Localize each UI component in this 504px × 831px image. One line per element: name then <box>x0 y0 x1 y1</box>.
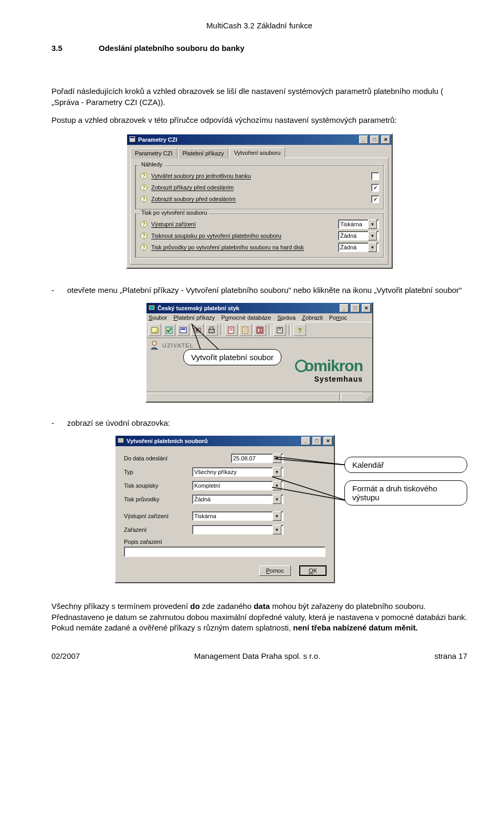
toolbar-separator <box>269 325 271 335</box>
toolbar-help-icon[interactable]: ? <box>293 324 306 336</box>
maximize-button[interactable]: □ <box>370 135 379 144</box>
label-tisknout-soupisku: Tisknout soupisku po vytvoření platebníh… <box>151 233 338 239</box>
label-typ: Typ <box>124 469 192 475</box>
close-button[interactable]: ✕ <box>381 135 390 144</box>
close-button[interactable]: ✕ <box>323 437 332 445</box>
logo-systemhaus: Systemhaus <box>146 375 363 383</box>
logo-omikron: omikron <box>304 357 363 374</box>
select-tisk-soupisky[interactable]: Kompletní▼ <box>192 481 284 490</box>
section-title: Odeslání platebního souboru do banky <box>99 44 245 52</box>
toolbar-btn-3[interactable] <box>177 324 190 336</box>
callout-kalendar: Kalendář <box>344 457 467 473</box>
toolbar-separator <box>289 325 291 335</box>
select-vystupni-zarizeni[interactable]: Tiskárna▼ <box>338 219 379 229</box>
maximize-button[interactable]: □ <box>351 304 360 312</box>
section-number: 3.5 <box>51 44 99 52</box>
group-nahledy: Náhledy ? Vytvářet soubory pro jednotliv… <box>135 164 384 209</box>
label-zobrazit-soubory: Zobrazit soubory před odesláním <box>151 196 371 202</box>
user-icon <box>150 340 159 351</box>
input-popis-zarazeni[interactable] <box>124 546 326 557</box>
help-icon[interactable]: ? <box>140 183 148 192</box>
select-tisk-pruvodky[interactable]: Žádná▼ <box>338 243 379 252</box>
window-title: Parametry CZI <box>138 136 177 143</box>
label-popis-zarazeni: Popis zařazení <box>124 539 326 545</box>
menu-sprava[interactable]: Správa <box>277 314 296 321</box>
svg-line-48 <box>272 477 348 501</box>
label-vystupni-zarizeni: Výstupní zařízení <box>151 221 338 227</box>
menu-pomocne-databaze[interactable]: Pomocné databáze <box>221 314 271 321</box>
minimize-button[interactable]: _ <box>359 135 368 144</box>
select-tisk-pruvodky[interactable]: Žádná▼ <box>192 495 284 504</box>
svg-rect-18 <box>180 328 186 333</box>
toolbar-btn-1[interactable] <box>149 324 161 336</box>
help-icon[interactable]: ? <box>140 195 148 203</box>
footer-center: Management Data Praha spol. s r.o. <box>194 651 320 660</box>
help-button[interactable]: Pomoc <box>259 565 291 576</box>
tab-parametry-czi[interactable]: Parametry CZI <box>130 148 177 159</box>
toolbar-btn-9[interactable] <box>274 324 286 336</box>
group-tisk: Tisk po vytvoření souboru ? Výstupní zař… <box>135 213 384 258</box>
label-tisk-pruvodky: Tisk průvodky po vytvoření platebního so… <box>151 244 338 250</box>
select-tisknout-soupisku[interactable]: Žádná▼ <box>338 231 379 240</box>
titlebar: Parametry CZI _ □ ✕ <box>127 134 392 145</box>
checkbox-zobrazit-prikazy[interactable]: ✓ <box>371 184 379 192</box>
toolbar-btn-7[interactable] <box>239 324 252 336</box>
tab-platebni-prikazy[interactable]: Platební příkazy <box>178 148 229 159</box>
checkbox-zobrazit-soubory[interactable]: ✓ <box>371 195 379 203</box>
callout-format-vystupu: Formát a druh tiskového výstupu <box>344 480 467 506</box>
help-icon[interactable]: ? <box>140 172 148 180</box>
ok-button[interactable]: OK <box>299 565 327 576</box>
group-nahledy-legend: Náhledy <box>140 161 164 167</box>
window-parametry-czi: Parametry CZI _ □ ✕ Parametry CZI Plateb… <box>126 133 393 269</box>
menubar: Soubor Platební příkazy Pomocné databáze… <box>146 313 372 322</box>
app-icon <box>148 304 155 312</box>
toolbar-btn-8[interactable] <box>254 324 266 336</box>
svg-line-42 <box>370 399 372 401</box>
chevron-down-icon: ▼ <box>272 511 281 521</box>
help-icon[interactable]: ? <box>140 232 148 240</box>
footer-left: 02/2007 <box>51 651 80 660</box>
menu-soubor[interactable]: Soubor <box>149 314 167 321</box>
svg-rect-0 <box>129 136 135 142</box>
menu-platebni-prikazy[interactable]: Platební příkazy <box>173 314 215 321</box>
tab-panel: Náhledy ? Vytvářet soubory pro jednotliv… <box>130 157 388 265</box>
svg-text:?: ? <box>142 222 145 227</box>
svg-text:?: ? <box>298 327 302 334</box>
select-zarazeni[interactable]: ▼ <box>192 525 284 534</box>
group-tisk-legend: Tisk po vytvoření souboru <box>140 209 209 216</box>
bullet-2: - zobrazí se úvodní obrazovka: <box>51 418 467 427</box>
svg-point-39 <box>152 341 156 345</box>
label-do-data: Do data odeslání <box>124 455 192 461</box>
callout-vytvorit-soubor: Vytvořit platební soubor <box>183 349 281 365</box>
help-icon[interactable]: ? <box>140 220 148 228</box>
menu-zobrazit[interactable]: Zobrazit <box>302 314 323 321</box>
window-title: Vytvoření platebních souborů <box>127 438 208 444</box>
titlebar: Český tuzemský platební styk _ □ ✕ <box>146 303 372 313</box>
tabs: Parametry CZI Platební příkazy Vytvoření… <box>127 145 392 157</box>
minimize-button[interactable]: _ <box>340 304 349 312</box>
toolbar-btn-2[interactable] <box>163 324 175 336</box>
chevron-down-icon: ▼ <box>368 219 377 229</box>
chevron-down-icon: ▼ <box>368 243 377 252</box>
checkbox-vytvaret[interactable] <box>371 172 379 180</box>
maximize-button[interactable]: □ <box>312 437 321 445</box>
menu-pomoc[interactable]: Pomoc <box>329 314 347 321</box>
titlebar: Vytvoření platebních souborů _ □ ✕ <box>116 436 334 446</box>
bullet-1: - otevřete menu „Platební příkazy - Vytv… <box>51 286 467 294</box>
help-icon[interactable]: ? <box>140 243 148 251</box>
svg-rect-33 <box>258 328 260 332</box>
svg-text:?: ? <box>142 196 145 202</box>
svg-rect-34 <box>260 328 262 332</box>
select-typ[interactable]: Všechny příkazy▼ <box>192 467 284 477</box>
toolbar-btn-6[interactable] <box>225 324 238 336</box>
label-tisk-pruvodky: Tisk průvodky <box>124 496 192 502</box>
svg-rect-19 <box>181 329 185 330</box>
label-vytvaret-soubory: Vytvářet soubory pro jednotlivou banku <box>151 173 371 179</box>
minimize-button[interactable]: _ <box>301 437 310 445</box>
select-vystupni-zarizeni[interactable]: Tiskárna▼ <box>192 511 284 521</box>
tab-vytvoreni-souboru[interactable]: Vytvoření souboru <box>229 148 285 158</box>
close-button[interactable]: ✕ <box>362 304 371 312</box>
paragraph-3: Všechny příkazy s termínem provedení do … <box>51 601 467 634</box>
window-title: Český tuzemský platební styk <box>158 305 239 311</box>
footer-right: strana 17 <box>434 651 467 660</box>
